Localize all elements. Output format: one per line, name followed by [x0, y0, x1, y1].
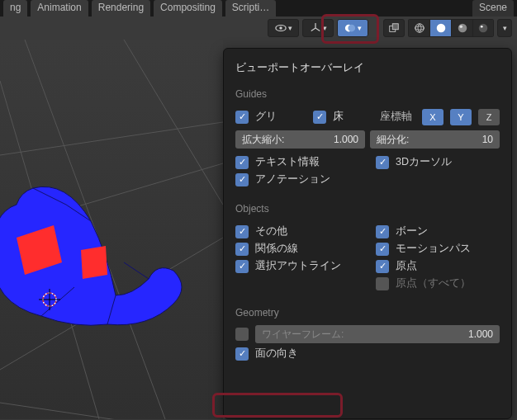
section-geometry: Geometry: [235, 307, 500, 319]
label-annotation: アノテーション: [255, 172, 330, 186]
checkbox-wireframe[interactable]: [235, 328, 249, 341]
checkbox-motion-paths[interactable]: [376, 243, 389, 256]
viewport-overlays-panel: ビューポートオーバーレイ Guides グリ 床 座標軸 X Y Z 拡大縮小:…: [223, 48, 512, 419]
label-extras: その他: [255, 224, 287, 238]
label-origins: 原点: [396, 259, 417, 273]
xray-toggle[interactable]: [383, 19, 405, 37]
tab[interactable]: Scriptі…: [225, 0, 276, 17]
checkbox-extras[interactable]: [235, 225, 249, 238]
label-text-info: テキスト情報: [255, 155, 320, 169]
svg-point-12: [481, 26, 483, 28]
svg-point-1: [279, 26, 282, 30]
svg-point-8: [436, 24, 445, 33]
wireframe-field[interactable]: ワイヤーフレーム: 1.000: [255, 325, 500, 343]
mesh-object: [0, 163, 198, 345]
svg-point-10: [459, 26, 462, 29]
shading-rendered[interactable]: [472, 19, 494, 37]
axis-x-button[interactable]: X: [422, 109, 443, 125]
label-axes: 座標軸: [380, 110, 412, 124]
gizmo-dropdown[interactable]: ▾: [302, 19, 334, 37]
label-bones: ボーン: [396, 224, 428, 238]
shading-options-dropdown[interactable]: ▾: [497, 19, 512, 37]
panel-title: ビューポートオーバーレイ: [235, 60, 500, 75]
scale-value: 1.000: [334, 134, 358, 145]
3d-viewport[interactable]: [0, 40, 223, 419]
tab[interactable]: Compositing: [154, 0, 222, 17]
wireframe-label: ワイヤーフレーム:: [262, 328, 344, 342]
scale-field[interactable]: 拡大縮小: 1.000: [235, 130, 365, 149]
axis-z-button[interactable]: Z: [478, 109, 500, 125]
svg-point-9: [458, 24, 467, 33]
checkbox-face-orientation[interactable]: [235, 347, 249, 361]
label-origins-all: 原点（すべて）: [396, 276, 471, 290]
svg-point-11: [479, 24, 488, 33]
svg-point-7: [415, 26, 424, 30]
checkbox-origins[interactable]: [376, 260, 389, 273]
checkbox-grid[interactable]: [235, 111, 249, 124]
subdiv-value: 10: [482, 134, 493, 145]
viewport-header: ▾ ▾ ▾ ▾: [0, 17, 517, 40]
3d-cursor-icon: [37, 287, 62, 312]
checkbox-bones[interactable]: [376, 225, 389, 238]
label-face-orientation: 面の向き: [255, 347, 298, 361]
globe-wire-icon: [414, 22, 425, 34]
xray-icon: [388, 22, 400, 34]
checkbox-selection-outline[interactable]: [235, 260, 249, 273]
svg-marker-21: [81, 246, 107, 279]
checkbox-3d-cursor[interactable]: [376, 156, 389, 169]
shading-material[interactable]: [451, 19, 472, 37]
section-guides: Guides: [235, 88, 500, 100]
scale-label: 拡大縮小:: [242, 133, 284, 147]
checkbox-text-info[interactable]: [235, 156, 249, 169]
checkbox-origins-all[interactable]: [376, 277, 389, 290]
svg-point-3: [348, 25, 355, 32]
svg-line-13: [0, 122, 223, 155]
overlays-dropdown[interactable]: ▾: [337, 19, 368, 37]
label-selection-outline: 選択アウトライン: [255, 259, 341, 273]
axis-y-button[interactable]: Y: [450, 109, 472, 125]
wireframe-value: 1.000: [468, 328, 493, 340]
shading-modes: [408, 19, 494, 37]
shading-solid[interactable]: [429, 19, 451, 37]
checkbox-relations[interactable]: [235, 243, 249, 256]
tab[interactable]: Animation: [31, 0, 88, 17]
subdiv-field[interactable]: 細分化: 10: [370, 130, 500, 149]
gizmo-icon: [310, 22, 321, 34]
checkbox-annotation[interactable]: [235, 173, 249, 186]
section-objects: Objects: [235, 203, 500, 215]
sphere-rendered-icon: [477, 22, 489, 34]
shading-wireframe[interactable]: [408, 19, 429, 37]
tab[interactable]: Rendering: [92, 0, 150, 17]
label-motion-paths: モーションパス: [396, 242, 471, 256]
eye-icon: [275, 22, 287, 34]
svg-point-6: [415, 24, 424, 33]
checkbox-floor[interactable]: [313, 111, 326, 124]
svg-rect-5: [392, 24, 398, 30]
visibility-dropdown[interactable]: ▾: [268, 19, 299, 37]
workspace-tabs: ng Animation Rendering Compositing Scrip…: [0, 0, 517, 17]
overlays-icon: [344, 22, 356, 34]
subdiv-label: 細分化:: [377, 133, 409, 147]
sphere-material-icon: [457, 22, 468, 34]
scene-selector[interactable]: Scene: [472, 0, 514, 17]
label-grid: グリ: [255, 110, 277, 124]
label-floor: 床: [333, 110, 344, 124]
sphere-solid-icon: [435, 22, 447, 34]
label-3d-cursor: 3Dカーソル: [396, 155, 452, 169]
svg-line-19: [0, 403, 223, 419]
label-relations: 関係の線: [255, 242, 298, 256]
tab[interactable]: ng: [3, 0, 27, 17]
